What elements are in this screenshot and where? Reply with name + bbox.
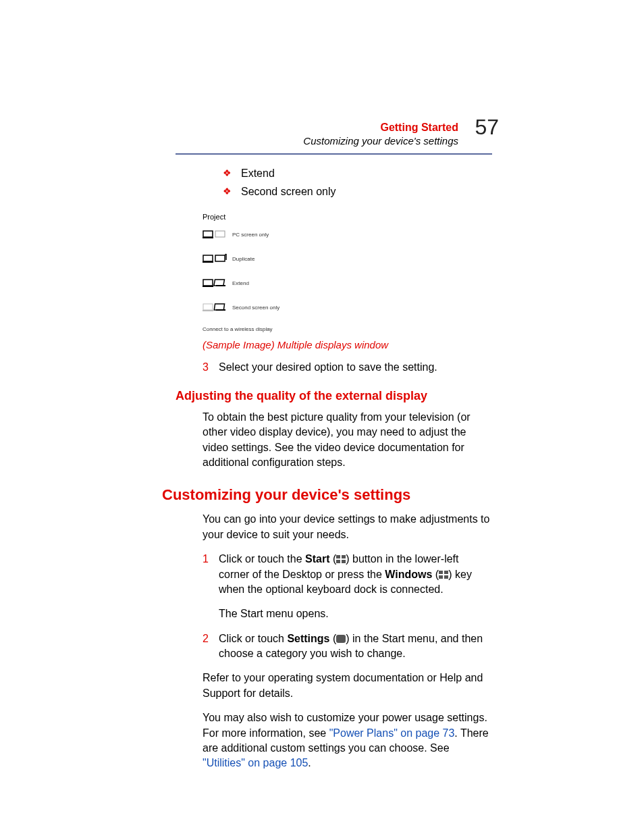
bullet-text: Extend <box>241 164 275 182</box>
svg-rect-9 <box>203 286 213 287</box>
svg-rect-13 <box>203 310 213 311</box>
svg-rect-14 <box>214 304 224 310</box>
duplicate-icon <box>203 253 228 264</box>
pc-screen-only-icon <box>203 229 228 240</box>
start-icon <box>336 555 346 563</box>
option-label: Extend <box>232 280 249 286</box>
extend-icon <box>203 278 228 288</box>
link-power-plans[interactable]: "Power Plans" on page 73 <box>329 727 455 739</box>
chapter-title: Getting Started <box>176 122 458 134</box>
heading-customizing-settings: Customizing your device's settings <box>162 486 492 504</box>
project-option-duplicate: Duplicate <box>203 253 311 264</box>
project-option-second-only: Second screen only <box>203 302 311 313</box>
project-title: Project <box>203 213 311 221</box>
header-rule <box>176 153 492 155</box>
svg-rect-0 <box>203 231 213 237</box>
heading-adjusting-quality: Adjusting the quality of the external di… <box>176 389 492 403</box>
option-label: PC screen only <box>232 232 269 238</box>
step-3: 3 Select your desired option to save the… <box>203 360 492 375</box>
bullet-list: ❖ Extend ❖ Second screen only <box>223 164 492 201</box>
svg-rect-12 <box>203 304 213 310</box>
project-option-pc-only: PC screen only <box>203 229 311 240</box>
list-item: ❖ Extend <box>223 164 492 182</box>
step-number: 1 <box>203 552 219 597</box>
diamond-icon: ❖ <box>223 184 232 200</box>
step-2: 2 Click or touch Settings () in the Star… <box>203 631 492 662</box>
paragraph: Refer to your operating system documenta… <box>203 671 492 701</box>
step-text: Click or touch Settings () in the Start … <box>219 631 492 662</box>
option-label: Duplicate <box>232 256 254 262</box>
svg-rect-2 <box>215 231 225 237</box>
paragraph: To obtain the best picture quality from … <box>203 410 492 471</box>
svg-rect-1 <box>203 237 213 238</box>
bullet-text: Second screen only <box>241 182 336 201</box>
step-text: Select your desired option to save the s… <box>219 360 492 375</box>
chapter-subtitle: Customizing your device's settings <box>176 135 458 147</box>
settings-gear-icon <box>336 635 346 643</box>
windows-key-icon <box>439 571 448 579</box>
figure-caption: (Sample Image) Multiple displays window <box>203 339 492 350</box>
second-screen-only-icon <box>203 302 228 313</box>
step-text: Click or touch the Start () button in th… <box>219 552 492 597</box>
step-number: 3 <box>203 360 219 375</box>
step-1: 1 Click or touch the Start () button in … <box>203 552 492 597</box>
paragraph: You may also wish to customize your powe… <box>203 710 492 771</box>
paragraph: The Start menu opens. <box>219 606 492 621</box>
project-option-extend: Extend <box>203 278 311 288</box>
link-utilities[interactable]: "Utilities" on page 105 <box>203 757 308 768</box>
list-item: ❖ Second screen only <box>223 182 492 201</box>
diamond-icon: ❖ <box>223 165 232 182</box>
svg-rect-8 <box>203 280 213 286</box>
svg-rect-4 <box>203 261 213 263</box>
svg-rect-3 <box>203 255 213 261</box>
page-number: 57 <box>475 115 499 140</box>
project-panel-figure: Project PC screen only Duplicate Extend … <box>203 213 311 332</box>
page-header: Getting Started Customizing your device'… <box>176 122 492 147</box>
svg-rect-10 <box>214 280 225 286</box>
paragraph: You can go into your device settings to … <box>203 512 492 542</box>
svg-rect-5 <box>215 255 225 261</box>
step-number: 2 <box>203 631 219 662</box>
option-label: Second screen only <box>232 305 279 311</box>
wireless-display-link: Connect to a wireless display <box>203 326 311 332</box>
